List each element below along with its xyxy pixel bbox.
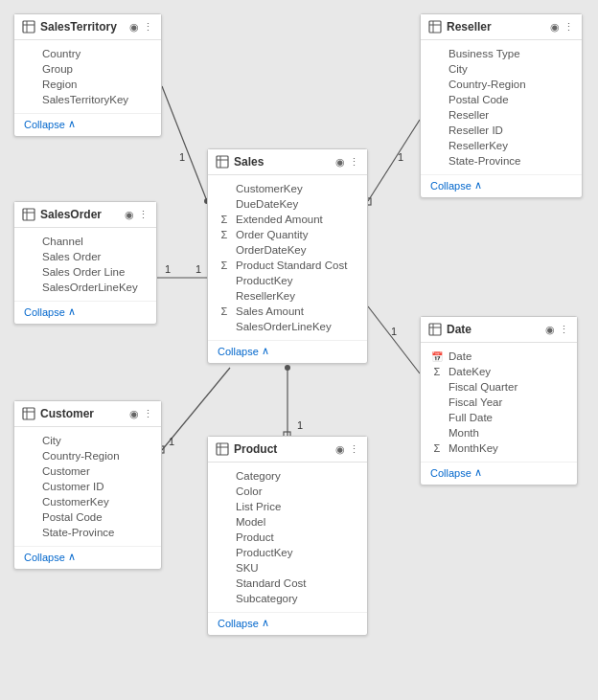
date-menu-icon[interactable]: ⋮ [559, 324, 569, 336]
date-collapse[interactable]: Collapse ∧ [421, 462, 577, 485]
list-item: ResellerKey [208, 288, 367, 304]
field-name: Fiscal Quarter [448, 381, 518, 393]
salesorder-eye-icon[interactable]: ◉ [125, 209, 134, 221]
reseller-collapse-label: Collapse [430, 180, 472, 192]
list-item: List Price [208, 499, 367, 514]
svg-rect-22 [23, 209, 34, 220]
product-title: Product [234, 442, 331, 456]
field-name: Date [448, 350, 472, 362]
sales-collapse-icon: ∧ [262, 345, 269, 357]
svg-text:1: 1 [169, 436, 174, 447]
list-item: ΣExtended Amount [208, 212, 367, 227]
field-name: Month [448, 427, 479, 439]
customer-collapse-label: Collapse [24, 552, 65, 563]
list-item: Country-Region [421, 77, 582, 92]
reseller-collapse[interactable]: Collapse ∧ [421, 174, 582, 197]
list-item: Model [208, 514, 367, 530]
list-item: ResellerKey [421, 138, 582, 153]
sales-collapse[interactable]: Collapse ∧ [208, 340, 367, 363]
svg-text:1: 1 [165, 263, 171, 275]
field-name: OrderDateKey [236, 244, 307, 256]
sigma-icon: Σ [218, 229, 231, 240]
field-name: SKU [236, 562, 259, 574]
field-name: Sales Order [42, 251, 101, 262]
svg-rect-28 [429, 21, 441, 33]
salesterritory-body: Country Group Region SalesTerritoryKey [14, 40, 161, 113]
list-item: Postal Code [421, 92, 582, 107]
list-item: Customer [14, 463, 161, 479]
product-table-icon [216, 442, 229, 456]
field-name: Postal Code [42, 511, 103, 523]
list-item: CustomerKey [14, 494, 161, 509]
svg-text:1: 1 [398, 151, 403, 163]
list-item: DueDateKey [208, 196, 367, 212]
product-menu-icon[interactable]: ⋮ [349, 443, 359, 456]
field-name: ProductKey [236, 275, 292, 286]
sigma-icon: Σ [430, 442, 444, 454]
field-name: ResellerKey [236, 290, 295, 302]
reseller-collapse-icon: ∧ [474, 179, 482, 192]
sigma-icon: Σ [218, 214, 231, 225]
date-eye-icon[interactable]: ◉ [545, 324, 555, 336]
list-item: OrderDateKey [208, 242, 367, 258]
product-collapse[interactable]: Collapse ∧ [208, 612, 367, 635]
field-name: Color [236, 485, 262, 497]
list-item: Product [208, 530, 367, 545]
list-item: Channel [14, 234, 156, 249]
salesterritory-menu-icon[interactable]: ⋮ [143, 21, 153, 34]
customer-header: Customer ◉ ⋮ [14, 401, 161, 427]
salesterritory-actions: ◉ ⋮ [129, 21, 153, 34]
list-item: ProductKey [208, 545, 367, 560]
table-reseller: Reseller ◉ ⋮ Business Type City Country-… [420, 13, 583, 198]
field-name: State-Province [448, 155, 520, 167]
customer-collapse-icon: ∧ [68, 551, 76, 563]
list-item: SKU [208, 560, 367, 576]
field-name: Product Standard Cost [236, 260, 347, 271]
sales-table-icon [216, 155, 229, 169]
field-name: City [448, 63, 468, 75]
svg-line-15 [368, 306, 420, 373]
sigma-icon: Σ [218, 260, 231, 271]
list-item: Reseller [421, 107, 582, 123]
product-eye-icon[interactable]: ◉ [335, 443, 345, 456]
salesorder-collapse-icon: ∧ [68, 305, 76, 318]
customer-title: Customer [40, 407, 125, 420]
list-item: Color [208, 484, 367, 499]
reseller-menu-icon[interactable]: ⋮ [564, 21, 574, 34]
salesterritory-eye-icon[interactable]: ◉ [129, 21, 139, 34]
salesterritory-collapse-icon: ∧ [68, 118, 76, 130]
list-item: Customer ID [14, 479, 161, 494]
list-item: Sales Order Line [14, 264, 156, 280]
sales-menu-icon[interactable]: ⋮ [349, 156, 359, 169]
sales-eye-icon[interactable]: ◉ [335, 156, 345, 169]
list-item: SalesTerritoryKey [14, 92, 161, 107]
list-item: SalesOrderLineKey [208, 319, 367, 334]
salesterritory-collapse[interactable]: Collapse ∧ [14, 113, 161, 136]
product-actions: ◉ ⋮ [335, 443, 359, 456]
sales-collapse-label: Collapse [218, 346, 259, 357]
field-name: Reseller [448, 109, 489, 121]
field-name: ResellerKey [448, 140, 508, 151]
customer-collapse[interactable]: Collapse ∧ [14, 546, 161, 569]
svg-text:1: 1 [391, 326, 397, 337]
product-collapse-icon: ∧ [262, 617, 269, 629]
customer-eye-icon[interactable]: ◉ [129, 408, 139, 420]
field-name: Category [236, 470, 281, 482]
field-name: ProductKey [236, 547, 292, 558]
sales-title: Sales [234, 155, 331, 169]
field-name: Business Type [448, 48, 520, 59]
list-item: 📅 Date [421, 349, 577, 364]
field-name: Channel [42, 236, 83, 247]
list-item: State-Province [14, 525, 161, 540]
list-item: ΣProduct Standard Cost [208, 258, 367, 273]
product-body: Category Color List Price Model Product … [208, 463, 367, 612]
customer-menu-icon[interactable]: ⋮ [143, 408, 153, 420]
list-item: SalesOrderLineKey [14, 280, 156, 295]
list-item: ΣMonthKey [421, 440, 577, 456]
salesorder-title: SalesOrder [40, 208, 120, 221]
reseller-eye-icon[interactable]: ◉ [550, 21, 560, 34]
list-item: Subcategory [208, 591, 367, 606]
svg-text:1: 1 [297, 419, 303, 431]
salesorder-menu-icon[interactable]: ⋮ [138, 209, 149, 221]
salesorder-collapse[interactable]: Collapse ∧ [14, 301, 156, 324]
